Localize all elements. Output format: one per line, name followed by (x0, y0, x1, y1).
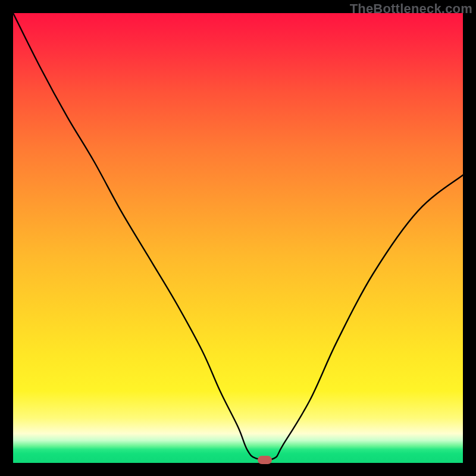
bottleneck-curve (13, 13, 463, 463)
optimal-point-marker (258, 456, 272, 464)
curve-path (13, 13, 463, 460)
plot-area (13, 13, 463, 463)
watermark-text: TheBottleneck.com (350, 1, 472, 17)
chart-frame: TheBottleneck.com (0, 0, 476, 476)
